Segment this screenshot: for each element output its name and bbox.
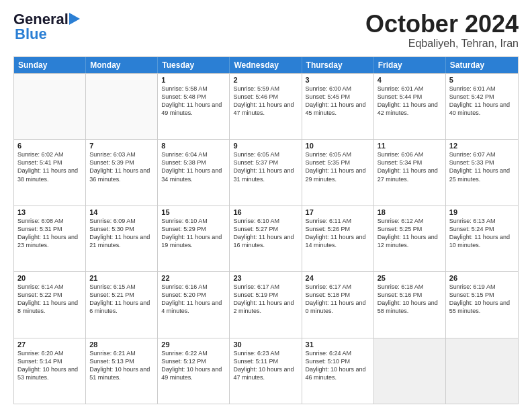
calendar-cell (14, 74, 86, 139)
cell-info: Sunrise: 6:24 AMSunset: 5:10 PMDaylight:… (306, 349, 370, 382)
day-number: 9 (233, 142, 298, 150)
calendar-cell: 30Sunrise: 6:23 AMSunset: 5:11 PMDayligh… (230, 338, 302, 404)
day-number: 24 (306, 274, 370, 282)
calendar-cell: 17Sunrise: 6:11 AMSunset: 5:26 PMDayligh… (302, 206, 374, 271)
day-number: 3 (306, 76, 370, 84)
day-number: 25 (378, 274, 442, 282)
header: General Blue October 2024 Eqbaliyeh, Teh… (13, 11, 519, 50)
day-number: 29 (161, 340, 226, 349)
calendar-cell: 3Sunrise: 6:00 AMSunset: 5:45 PMDaylight… (302, 74, 374, 139)
cell-info: Sunrise: 6:14 AMSunset: 5:22 PMDaylight:… (17, 283, 82, 316)
calendar-cell: 24Sunrise: 6:17 AMSunset: 5:18 PMDayligh… (302, 272, 374, 337)
day-number: 7 (89, 142, 154, 150)
cell-info: Sunrise: 6:17 AMSunset: 5:19 PMDaylight:… (233, 283, 298, 316)
cell-info: Sunrise: 6:16 AMSunset: 5:20 PMDaylight:… (161, 283, 226, 316)
day-number: 8 (161, 142, 226, 150)
cell-info: Sunrise: 6:17 AMSunset: 5:18 PMDaylight:… (306, 283, 370, 316)
calendar-cell: 5Sunrise: 6:01 AMSunset: 5:42 PMDaylight… (446, 74, 518, 139)
calendar-cell: 28Sunrise: 6:21 AMSunset: 5:13 PMDayligh… (86, 338, 158, 404)
calendar-cell: 18Sunrise: 6:12 AMSunset: 5:25 PMDayligh… (374, 206, 446, 271)
logo-arrow-icon (69, 11, 81, 26)
calendar-cell: 26Sunrise: 6:19 AMSunset: 5:15 PMDayligh… (446, 272, 518, 337)
calendar-row: 20Sunrise: 6:14 AMSunset: 5:22 PMDayligh… (14, 271, 518, 337)
calendar-cell: 10Sunrise: 6:05 AMSunset: 5:35 PMDayligh… (302, 140, 374, 205)
day-number: 23 (233, 274, 298, 282)
calendar-cell: 6Sunrise: 6:02 AMSunset: 5:41 PMDaylight… (14, 140, 86, 205)
logo-blue-text: Blue (15, 26, 47, 43)
cell-info: Sunrise: 6:19 AMSunset: 5:15 PMDaylight:… (449, 283, 515, 316)
calendar-row: 1Sunrise: 5:58 AMSunset: 5:48 PMDaylight… (14, 73, 518, 139)
cell-info: Sunrise: 6:11 AMSunset: 5:26 PMDaylight:… (306, 217, 370, 250)
calendar-cell: 22Sunrise: 6:16 AMSunset: 5:20 PMDayligh… (158, 272, 230, 337)
logo: General Blue (13, 11, 81, 43)
calendar-cell: 19Sunrise: 6:13 AMSunset: 5:24 PMDayligh… (446, 206, 518, 271)
cell-info: Sunrise: 6:21 AMSunset: 5:13 PMDaylight:… (89, 349, 154, 382)
day-number: 6 (17, 142, 82, 150)
weekday-header: Tuesday (158, 57, 230, 73)
cell-info: Sunrise: 6:04 AMSunset: 5:38 PMDaylight:… (161, 150, 226, 183)
cell-info: Sunrise: 6:15 AMSunset: 5:21 PMDaylight:… (89, 283, 154, 316)
calendar-cell: 21Sunrise: 6:15 AMSunset: 5:21 PMDayligh… (86, 272, 158, 337)
cell-info: Sunrise: 6:20 AMSunset: 5:14 PMDaylight:… (17, 349, 82, 382)
day-number: 18 (378, 208, 442, 216)
weekday-header: Wednesday (230, 57, 302, 73)
cell-info: Sunrise: 6:01 AMSunset: 5:44 PMDaylight:… (378, 85, 442, 118)
day-number: 26 (449, 274, 515, 282)
day-number: 14 (89, 208, 154, 216)
calendar-cell: 1Sunrise: 5:58 AMSunset: 5:48 PMDaylight… (158, 74, 230, 139)
calendar-cell: 9Sunrise: 6:05 AMSunset: 5:37 PMDaylight… (230, 140, 302, 205)
cell-info: Sunrise: 6:06 AMSunset: 5:34 PMDaylight:… (378, 150, 442, 183)
day-number: 30 (233, 340, 298, 349)
calendar-cell: 2Sunrise: 5:59 AMSunset: 5:46 PMDaylight… (230, 74, 302, 139)
cell-info: Sunrise: 5:58 AMSunset: 5:48 PMDaylight:… (161, 85, 226, 118)
weekday-header: Saturday (446, 57, 518, 73)
cell-info: Sunrise: 5:59 AMSunset: 5:46 PMDaylight:… (233, 85, 298, 118)
calendar-row: 13Sunrise: 6:08 AMSunset: 5:31 PMDayligh… (14, 205, 518, 271)
day-number: 19 (449, 208, 515, 216)
day-number: 5 (449, 76, 515, 84)
day-number: 1 (161, 76, 226, 84)
calendar-cell: 12Sunrise: 6:07 AMSunset: 5:33 PMDayligh… (446, 140, 518, 205)
calendar-cell: 8Sunrise: 6:04 AMSunset: 5:38 PMDaylight… (158, 140, 230, 205)
calendar: SundayMondayTuesdayWednesdayThursdayFrid… (13, 56, 519, 404)
cell-info: Sunrise: 6:05 AMSunset: 5:37 PMDaylight:… (233, 150, 298, 183)
calendar-row: 6Sunrise: 6:02 AMSunset: 5:41 PMDaylight… (14, 139, 518, 205)
day-number: 21 (89, 274, 154, 282)
cell-info: Sunrise: 6:03 AMSunset: 5:39 PMDaylight:… (89, 150, 154, 183)
calendar-body: 1Sunrise: 5:58 AMSunset: 5:48 PMDaylight… (14, 73, 518, 404)
day-number: 17 (306, 208, 370, 216)
day-number: 10 (306, 142, 370, 150)
cell-info: Sunrise: 6:00 AMSunset: 5:45 PMDaylight:… (306, 85, 370, 118)
day-number: 15 (161, 208, 226, 216)
calendar-cell: 20Sunrise: 6:14 AMSunset: 5:22 PMDayligh… (14, 272, 86, 337)
cell-info: Sunrise: 6:09 AMSunset: 5:30 PMDaylight:… (89, 217, 154, 250)
cell-info: Sunrise: 6:01 AMSunset: 5:42 PMDaylight:… (449, 85, 515, 118)
calendar-cell: 4Sunrise: 6:01 AMSunset: 5:44 PMDaylight… (374, 74, 446, 139)
title-area: October 2024 Eqbaliyeh, Tehran, Iran (365, 11, 519, 50)
calendar-cell: 16Sunrise: 6:10 AMSunset: 5:27 PMDayligh… (230, 206, 302, 271)
calendar-cell: 13Sunrise: 6:08 AMSunset: 5:31 PMDayligh… (14, 206, 86, 271)
page: General Blue October 2024 Eqbaliyeh, Teh… (0, 0, 532, 411)
calendar-cell: 27Sunrise: 6:20 AMSunset: 5:14 PMDayligh… (14, 338, 86, 404)
day-number: 31 (306, 340, 370, 349)
calendar-cell: 23Sunrise: 6:17 AMSunset: 5:19 PMDayligh… (230, 272, 302, 337)
weekday-header: Friday (374, 57, 446, 73)
day-number: 16 (233, 208, 298, 216)
calendar-row: 27Sunrise: 6:20 AMSunset: 5:14 PMDayligh… (14, 338, 518, 404)
day-number: 12 (449, 142, 515, 150)
calendar-cell: 11Sunrise: 6:06 AMSunset: 5:34 PMDayligh… (374, 140, 446, 205)
cell-info: Sunrise: 6:10 AMSunset: 5:29 PMDaylight:… (161, 217, 226, 250)
cell-info: Sunrise: 6:22 AMSunset: 5:12 PMDaylight:… (161, 349, 226, 382)
day-number: 2 (233, 76, 298, 84)
day-number: 22 (161, 274, 226, 282)
calendar-cell (446, 338, 518, 404)
calendar-cell: 25Sunrise: 6:18 AMSunset: 5:16 PMDayligh… (374, 272, 446, 337)
svg-marker-0 (69, 13, 80, 25)
weekday-header: Sunday (14, 57, 86, 73)
cell-info: Sunrise: 6:18 AMSunset: 5:16 PMDaylight:… (378, 283, 442, 316)
calendar-cell (86, 74, 158, 139)
day-number: 20 (17, 274, 82, 282)
cell-info: Sunrise: 6:07 AMSunset: 5:33 PMDaylight:… (449, 150, 515, 183)
day-number: 11 (378, 142, 442, 150)
calendar-cell: 14Sunrise: 6:09 AMSunset: 5:30 PMDayligh… (86, 206, 158, 271)
